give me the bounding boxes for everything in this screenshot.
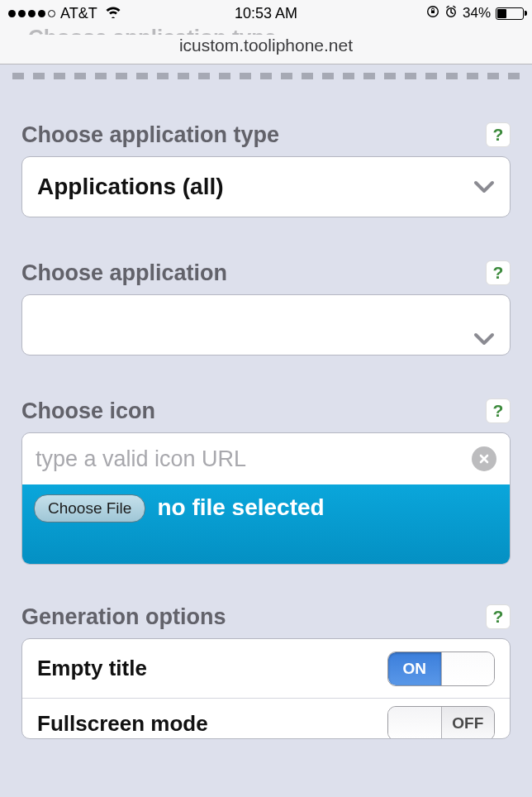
section-options: ? Generation options Empty title ON Full… (21, 604, 511, 739)
divider-dotted (12, 73, 520, 79)
page-peek-header: Choose application type (0, 26, 532, 35)
file-upload-row: Choose File no file selected (22, 484, 510, 564)
label-options: Generation options (21, 604, 511, 630)
label-icon: Choose icon (21, 398, 511, 424)
label-app-type: Choose application type (21, 122, 511, 148)
browser-address-bar[interactable]: Choose application type icustom.toolipho… (0, 26, 532, 64)
option-row-empty-title: Empty title ON (22, 639, 510, 699)
toggle-off-label (441, 652, 495, 685)
option-label-empty-title: Empty title (37, 656, 147, 681)
ios-status-bar: AT&T 10:53 AM 34% (0, 0, 532, 26)
clear-icon[interactable] (472, 446, 496, 471)
file-status-text: no file selected (157, 493, 324, 523)
url-text: icustom.tooliphone.net (179, 36, 353, 55)
toggle-off-label: OFF (442, 707, 495, 738)
chevron-down-icon (473, 179, 495, 194)
svg-rect-1 (431, 10, 435, 13)
status-time: 10:53 AM (235, 5, 297, 22)
select-app-type-value: Applications (all) (37, 174, 224, 200)
section-app: ? Choose application (21, 260, 511, 356)
chevron-down-icon (473, 332, 495, 346)
select-app-type[interactable]: Applications (all) (21, 156, 511, 217)
section-app-type: ? Choose application type Applications (… (21, 122, 511, 217)
rotation-lock-icon (426, 5, 439, 22)
toggle-fullscreen[interactable]: OFF (387, 706, 495, 738)
alarm-icon (444, 5, 458, 22)
help-button-app-type[interactable]: ? (486, 122, 511, 147)
help-button-icon[interactable]: ? (486, 398, 511, 423)
choose-file-button[interactable]: Choose File (34, 494, 145, 523)
option-label-fullscreen: Fullscreen mode (37, 711, 208, 737)
help-button-app[interactable]: ? (486, 260, 511, 285)
help-button-options[interactable]: ? (486, 604, 511, 629)
select-app[interactable] (21, 294, 511, 356)
toggle-empty-title[interactable]: ON (387, 651, 495, 686)
battery-percent: 34% (463, 5, 491, 21)
battery-icon (496, 7, 524, 20)
status-right: 34% (426, 5, 524, 22)
signal-strength-icon (8, 10, 55, 17)
icon-url-row (22, 433, 510, 484)
toggle-on-label (388, 707, 442, 738)
section-icon: ? Choose icon Choose File no file select… (21, 398, 511, 565)
label-app: Choose application (21, 260, 511, 286)
option-row-fullscreen: Fullscreen mode OFF (22, 699, 510, 738)
toggle-on-label: ON (388, 652, 441, 685)
icon-url-input[interactable] (36, 446, 472, 472)
wifi-icon (105, 5, 121, 22)
carrier-label: AT&T (60, 5, 97, 22)
status-left: AT&T (8, 5, 121, 22)
